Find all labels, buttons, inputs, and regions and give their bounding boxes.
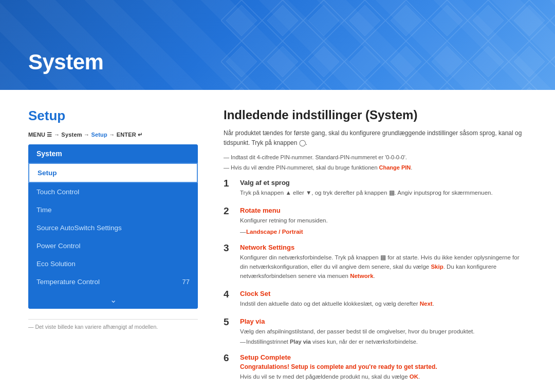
menu-path: MENU ☰ → System → Setup → ENTER ↵ <box>28 132 198 138</box>
note-change-pin: Hvis du vil ændre PIN-nummeret, skal du … <box>224 163 527 172</box>
step-5: 5 Play via Vælg den afspilningstilstand,… <box>224 318 527 346</box>
menu-path-text: MENU ☰ → System → Setup → ENTER ↵ <box>28 132 142 138</box>
step-1: 1 Valg af et sprog Tryk på knappen ▲ ell… <box>224 179 527 199</box>
intro-text: Når produktet tændes for første gang, sk… <box>224 128 527 148</box>
section-title: Setup <box>28 108 198 124</box>
final-text: Hvis du vil se tv med det pågældende pro… <box>240 372 527 381</box>
step-1-heading: Valg af et sprog <box>240 179 527 186</box>
chevron-down-icon: ⌄ <box>110 295 117 304</box>
note-pin: Indtast dit 4-cifrede PIN-nummer. Standa… <box>224 153 527 162</box>
step-3-desc: Konfigurer din netværksforbindelse. Tryk… <box>240 253 527 281</box>
menu-chevron[interactable]: ⌄ <box>28 291 198 309</box>
system-menu-header: System <box>28 144 198 163</box>
system-menu: System Setup Touch Control Time Source A… <box>28 144 198 309</box>
menu-item-temperature-control[interactable]: Temperature Control 77 <box>28 273 198 291</box>
left-panel: Setup MENU ☰ → System → Setup → ENTER ↵ … <box>28 108 198 388</box>
svg-rect-2 <box>221 0 555 90</box>
content-title: Indledende indstillinger (System) <box>224 108 527 122</box>
step-2-heading: Rotate menu <box>240 207 527 214</box>
diamond-pattern <box>221 0 555 90</box>
main-content: Setup MENU ☰ → System → Setup → ENTER ↵ … <box>0 90 555 392</box>
header-banner: System <box>0 0 555 90</box>
menu-item-touch-control[interactable]: Touch Control <box>28 183 198 201</box>
step-3: 3 Network Settings Konfigurer din netvær… <box>224 244 527 282</box>
step-2: 2 Rotate menu Konfigurer retning for men… <box>224 207 527 236</box>
step-4-heading: Clock Set <box>240 290 527 297</box>
step-5-heading: Play via <box>240 318 527 325</box>
menu-item-eco-solution[interactable]: Eco Solution <box>28 255 198 273</box>
step-2-option: Landscape / Portrait <box>240 227 527 236</box>
page-title: System <box>28 50 103 74</box>
step-3-heading: Network Settings <box>240 244 527 251</box>
menu-item-time[interactable]: Time <box>28 201 198 219</box>
right-panel: Indledende indstillinger (System) Når pr… <box>224 108 527 388</box>
step-6-heading: Setup Complete <box>240 353 527 361</box>
step-1-desc: Tryk på knappen ▲ eller ▼, og tryk deref… <box>240 189 527 198</box>
step-5-sub: Indstillingstrinnet Play via vises kun, … <box>240 338 527 346</box>
step-4: 4 Clock Set Indstil den aktuelle dato og… <box>224 290 527 310</box>
step-5-desc: Vælg den afspilningstilstand, der passer… <box>240 327 527 337</box>
menu-item-power-control[interactable]: Power Control <box>28 237 198 255</box>
menu-item-setup[interactable]: Setup <box>28 163 198 183</box>
steps-container: 1 Valg af et sprog Tryk på knappen ▲ ell… <box>224 179 527 381</box>
step-6: 6 Setup Complete Congratulations! Setup … <box>224 353 527 381</box>
congratulations-text: Congratulations! Setup is complete and y… <box>240 363 527 370</box>
step-2-desc: Konfigurer retning for menusiden. <box>240 216 527 226</box>
step-4-desc: Indstil den aktuelle dato og det aktuell… <box>240 300 527 309</box>
menu-item-source-autoswitch[interactable]: Source AutoSwitch Settings <box>28 219 198 237</box>
footnote: ― Det viste billede kan variere afhængig… <box>28 319 198 330</box>
